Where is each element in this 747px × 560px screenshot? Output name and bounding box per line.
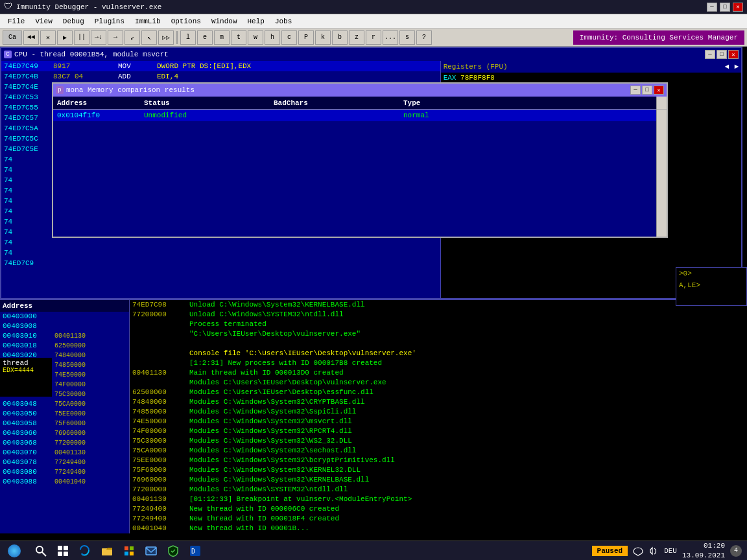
mona-col-address: Address <box>53 97 144 109</box>
log-pane[interactable]: 74ED7C98 Unload C:\Windows\System32\KERN… <box>130 300 747 533</box>
mona-col-type: Type <box>403 97 656 109</box>
toolbar-c[interactable]: c <box>281 30 297 45</box>
security-icon[interactable] <box>163 541 183 561</box>
close-button[interactable]: ✕ <box>733 3 743 12</box>
bottom-area: Address 00403000 00403008 00403010004011… <box>0 299 747 533</box>
toolbar: Ca ◄◄ ✕ ▶ || →↓ → ↙ ↖ ▷▷ l e m t w h c P… <box>0 29 747 47</box>
edge-icon[interactable] <box>75 541 95 561</box>
log-row: Modules C:\Users\IEUser\Desktop\vulnserv… <box>132 378 747 388</box>
maximize-button[interactable]: □ <box>720 3 730 12</box>
toolbar-stepinto[interactable]: →↓ <box>91 30 106 45</box>
menu-options[interactable]: Options <box>166 16 206 27</box>
toolbar-m[interactable]: m <box>214 30 230 45</box>
toolbar-animate[interactable]: ▷▷ <box>158 30 174 45</box>
mona-status-cell: Unmodified <box>144 110 274 121</box>
menu-debug[interactable]: Debug <box>58 16 89 27</box>
memory-address-pane[interactable]: Address 00403000 00403008 00403010004011… <box>0 300 130 533</box>
toolbar-run[interactable]: ▶ <box>57 30 73 45</box>
log-row: 74F00000 Modules C:\Windows\System32\RPC… <box>132 426 747 436</box>
log-row: 75EE0000 Modules C:\Windows\System32\bcr… <box>132 456 747 465</box>
menu-window[interactable]: Window <box>206 16 243 27</box>
log-row: 75CA0000 Modules C:\Windows\System32\sec… <box>132 446 747 456</box>
cpu-maximize[interactable]: □ <box>717 50 727 59</box>
disasm-row[interactable]: 74ED7C4B 83C7 04 ADD EDI,4 <box>1 71 440 82</box>
toolbar-ca[interactable]: Ca <box>3 30 22 45</box>
mona-type-cell: normal <box>403 110 656 121</box>
toolbar-s[interactable]: s <box>399 30 415 45</box>
mona-scroll-area[interactable]: 0x0104f1f0 Unmodified normal <box>53 110 656 237</box>
toolbar-r[interactable]: r <box>366 30 381 45</box>
cpu-minimize[interactable]: ─ <box>705 50 715 59</box>
store-icon[interactable] <box>119 541 139 561</box>
log-row: 00401130 Main thread with ID 000013D0 cr… <box>132 368 747 378</box>
mona-icon: p <box>56 86 64 94</box>
filemanager-icon[interactable] <box>97 541 117 561</box>
toolbar-runtocur[interactable]: ↖ <box>141 30 157 45</box>
disasm-row: 74 <box>1 248 440 258</box>
toolbar-l[interactable]: l <box>180 30 196 45</box>
svg-rect-2 <box>58 546 62 550</box>
mona-title-text: mona Memory comparison results <box>66 86 195 94</box>
registers-nav: ◄ ► <box>725 63 739 71</box>
mona-maximize[interactable]: □ <box>642 86 652 95</box>
log-row: 76960000 Modules C:\Windows\System32\KER… <box>132 475 747 485</box>
toolbar-k[interactable]: k <box>315 30 331 45</box>
toolbar-question[interactable]: ? <box>416 30 432 45</box>
start-button[interactable] <box>0 541 29 561</box>
mem-row: 0040301862500000 <box>0 341 129 351</box>
log-row: 75F60000 Modules C:\Windows\System32\KER… <box>132 465 747 475</box>
toolbar-pause[interactable]: || <box>74 30 89 45</box>
mini-pane-row1: >0> <box>676 268 746 279</box>
toolbar-restart[interactable]: ◄◄ <box>23 30 39 45</box>
log-row: 75C30000 Modules C:\Windows\System32\WS2… <box>132 436 747 446</box>
menu-jobs[interactable]: Jobs <box>270 16 297 27</box>
menu-plugins[interactable]: Plugins <box>89 16 130 27</box>
toolbar-p-cap[interactable]: P <box>298 30 314 45</box>
toolbar-stop[interactable]: ✕ <box>40 30 56 45</box>
menu-view[interactable]: View <box>30 16 57 27</box>
log-row: Process terminated <box>132 320 747 329</box>
mona-vertical-scrollbar[interactable] <box>656 110 667 237</box>
toolbar-b[interactable]: b <box>332 30 348 45</box>
cpu-close[interactable]: ✕ <box>728 50 739 59</box>
toolbar-stepover[interactable]: → <box>108 30 123 45</box>
menu-file[interactable]: File <box>3 16 30 27</box>
minimize-button[interactable]: ─ <box>707 3 717 12</box>
toolbar-t[interactable]: t <box>231 30 246 45</box>
taskbar-datetime: 01:20 13.09.2021 <box>682 541 725 560</box>
mona-data-row[interactable]: 0x0104f1f0 Unmodified normal <box>53 110 656 121</box>
search-taskbar-icon[interactable] <box>31 541 51 561</box>
disasm-row[interactable]: 74ED7C49 8917 MOV DWORD PTR DS:[EDI],EDX <box>1 61 440 71</box>
notification-badge[interactable]: 4 <box>730 545 742 557</box>
mail-icon[interactable] <box>141 541 161 561</box>
mona-title-left: p mona Memory comparison results <box>56 86 195 94</box>
taskbar-icons: D <box>29 541 208 561</box>
debugger-taskbar-icon[interactable]: D <box>185 541 205 561</box>
log-row: 77200000 Modules C:\Windows\SYSTEM32\ntd… <box>132 485 747 495</box>
toolbar-h[interactable]: h <box>265 30 280 45</box>
svg-rect-5 <box>64 552 68 556</box>
menu-immlib[interactable]: ImmLib <box>130 16 166 27</box>
toolbar-z[interactable]: z <box>349 30 364 45</box>
svg-rect-4 <box>58 552 62 556</box>
mem-row: 0040305875F60000 <box>0 419 129 428</box>
mona-window: p mona Memory comparison results ─ □ ✕ A… <box>52 82 668 238</box>
toolbar-e[interactable]: e <box>197 30 213 45</box>
edx-label: EDX=4444 <box>3 367 49 374</box>
log-row: 74840000 Modules C:\Windows\System32\CRY… <box>132 397 747 407</box>
toolbar-steptill[interactable]: ↙ <box>124 30 140 45</box>
toolbar-w[interactable]: w <box>248 30 263 45</box>
bottom-left-status: thread EDX=4444 <box>0 358 52 397</box>
taskview-icon[interactable] <box>53 541 73 561</box>
mem-row: 0040306076960000 <box>0 428 129 438</box>
svg-rect-8 <box>130 546 134 550</box>
toolbar-divider-1 <box>176 31 178 44</box>
toolbar-ellipsis[interactable]: ... <box>383 30 398 45</box>
mona-scrollbar[interactable] <box>656 97 667 109</box>
mona-content: Address Status BadChars Type 0x0104f1f0 … <box>53 97 667 237</box>
mona-minimize[interactable]: ─ <box>630 86 641 95</box>
svg-rect-7 <box>124 546 128 550</box>
mona-close[interactable]: ✕ <box>654 86 664 95</box>
menu-help[interactable]: Help <box>242 16 269 27</box>
taskbar-date-value: 13.09.2021 <box>682 551 725 560</box>
